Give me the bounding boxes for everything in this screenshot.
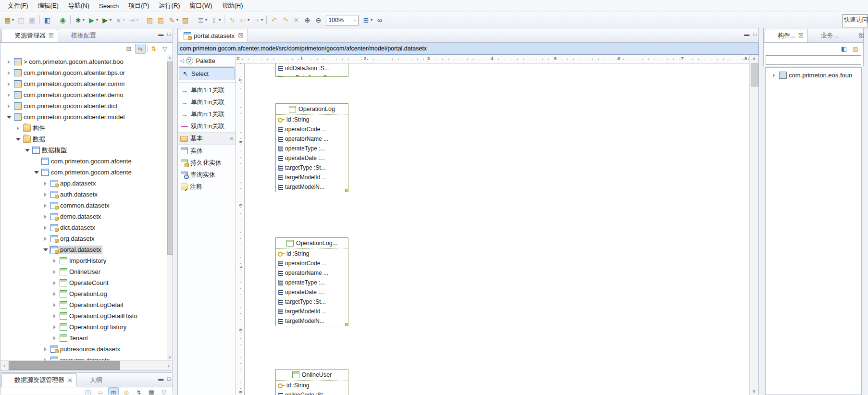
relation-nto1-tool[interactable]: → 单向n:1关联 xyxy=(178,108,236,120)
expander-icon[interactable] xyxy=(14,138,22,141)
entity-field[interactable]: oldDataJson :S... xyxy=(276,63,348,73)
expander-icon[interactable] xyxy=(5,104,12,108)
palette-group-basic[interactable]: 基本 « xyxy=(178,132,236,145)
dropdown-arrow-icon[interactable]: ▾ xyxy=(261,18,263,22)
open-file-button[interactable]: ▨ ▾ xyxy=(180,14,190,26)
maximize-icon[interactable]: □ xyxy=(167,376,171,382)
tree-item[interactable]: resource.datasetx xyxy=(0,355,173,360)
right-sash[interactable] xyxy=(759,28,763,395)
entity-field[interactable]: targetType :St... xyxy=(276,297,348,307)
scrollbar-thumb[interactable] xyxy=(167,62,173,255)
tree-item[interactable]: pubresource.datasetx xyxy=(0,344,173,355)
open-directory-button[interactable]: ▨ ▾ xyxy=(156,14,166,26)
last-edit-button[interactable]: ↰ ▾ xyxy=(227,14,237,26)
tree-item[interactable]: app.datasetx xyxy=(0,178,173,189)
diagram-canvas[interactable]: oldDataJson :S... newDataJson :S... xyxy=(245,63,749,395)
toolbar-separator[interactable] xyxy=(147,46,148,52)
link-editor-icon[interactable]: ⇆ xyxy=(135,44,146,54)
quick-access-box[interactable]: 快速访问 xyxy=(842,14,868,27)
expander-icon[interactable] xyxy=(51,281,58,285)
expander-icon[interactable] xyxy=(5,116,12,119)
entity-field[interactable]: targetModelId ... xyxy=(276,173,348,182)
scroll-left-icon[interactable]: ‹ xyxy=(0,361,8,370)
stop-button[interactable]: ■ ▾ xyxy=(113,14,126,26)
expander-icon[interactable] xyxy=(42,204,49,208)
collapse-icon[interactable]: ◫ xyxy=(83,387,93,395)
scroll-up-icon[interactable]: ∧ xyxy=(167,55,173,61)
save-db-icon[interactable]: ▦ xyxy=(147,387,156,395)
zoom-select[interactable]: 100% ⌄ xyxy=(326,15,359,25)
scroll-up-icon[interactable]: ∧ xyxy=(750,55,758,62)
tree-item[interactable]: 数据模型 xyxy=(0,145,173,156)
dropdown-arrow-icon[interactable]: ▾ xyxy=(110,18,112,22)
new-wizard-button[interactable]: ▤ ▾ xyxy=(2,14,15,26)
entity-field[interactable]: id :String xyxy=(276,115,348,124)
entity-field[interactable]: targetType :St... xyxy=(276,163,348,173)
expander-icon[interactable] xyxy=(770,74,778,77)
dropdown-arrow-icon[interactable]: ▾ xyxy=(219,18,221,22)
expander-icon[interactable] xyxy=(42,237,49,241)
tree-item[interactable]: OperateCount xyxy=(0,277,173,288)
scrollbar-thumb[interactable] xyxy=(751,63,758,86)
console-button[interactable]: ◧ ▾ xyxy=(42,14,52,26)
scroll-down-icon[interactable]: ∨ xyxy=(750,387,758,395)
maximize-icon[interactable]: □ xyxy=(167,31,171,37)
entity-box-operationlog-2[interactable]: OperationLog... id :String xyxy=(275,237,348,326)
expander-icon[interactable] xyxy=(51,303,58,307)
expander-icon[interactable] xyxy=(51,292,58,296)
tree-item[interactable]: com.primeton.gocom.afcente xyxy=(0,167,173,178)
panel-menu-icon[interactable]: ▽ xyxy=(159,387,169,395)
entity-field[interactable]: operatorName ... xyxy=(276,268,348,278)
redo-button[interactable]: ↷ ▾ xyxy=(280,14,290,26)
expander-icon[interactable] xyxy=(5,93,12,97)
run-button[interactable]: ▶ ▾ xyxy=(87,14,99,26)
tree-vertical-scrollbar[interactable]: ∧ ∨ xyxy=(167,55,173,360)
menu-item[interactable]: 文件(F) xyxy=(3,0,33,12)
undo-button[interactable]: ↶ ▾ xyxy=(269,14,279,26)
entity-field[interactable]: operatorName ... xyxy=(276,134,348,144)
editor-vertical-scrollbar[interactable]: ∧ ∨ xyxy=(749,55,758,395)
view-tab[interactable]: 构件... ☒ xyxy=(765,29,808,42)
tree-item[interactable]: org.datasetx xyxy=(0,233,173,244)
toolbar-separator[interactable]: ▾ xyxy=(224,15,224,25)
expander-icon[interactable] xyxy=(42,193,49,197)
menu-item[interactable]: 编辑(E) xyxy=(33,0,63,12)
tree-item[interactable]: common.datasetx xyxy=(0,200,173,211)
tree-item[interactable]: com.primeton.gocom.afcenter.comm xyxy=(0,78,173,89)
tree-item[interactable]: OperationLogHistory xyxy=(0,321,173,333)
entity-field[interactable]: operatorCode ... xyxy=(276,124,348,134)
view-tab[interactable]: 数据源资源管理器 ☒ xyxy=(1,373,77,387)
entity-box-operationlog[interactable]: OperationLog id :String xyxy=(275,103,348,192)
expander-icon[interactable] xyxy=(51,325,58,329)
tree-item[interactable]: demo.datasetx xyxy=(0,211,173,222)
menu-item[interactable]: Search xyxy=(94,1,124,11)
entity-field[interactable]: operateDate :... xyxy=(276,287,348,297)
start-server-button[interactable]: ◉ ▾ xyxy=(58,14,68,26)
collapse-all-icon[interactable]: ⊟ xyxy=(124,44,134,53)
tree-item[interactable]: > com.primeton.gocom.afcenter.boo xyxy=(0,56,173,67)
dropdown-arrow-icon[interactable]: ▾ xyxy=(83,18,85,22)
zoom-in-button[interactable]: ⊕ ▾ xyxy=(302,14,312,26)
tree-item[interactable]: com.primeton.gocom.afcenter.bps.or xyxy=(0,67,173,78)
tree-item[interactable]: com.primeton.gocom.afcente xyxy=(0,156,173,167)
expander-icon[interactable] xyxy=(5,60,12,64)
minimize-icon[interactable]: ▬ xyxy=(158,376,163,382)
tree-item[interactable]: 构件 xyxy=(0,123,173,134)
dropdown-arrow-icon[interactable]: ▾ xyxy=(248,18,249,22)
entity-field[interactable]: targetModelId ... xyxy=(276,307,348,316)
note-tool[interactable]: 注释 xyxy=(178,181,236,193)
relation-1ton-tool[interactable]: → 单向1:n关联 xyxy=(178,96,236,108)
entity-field[interactable]: operateDate :... xyxy=(276,153,348,163)
tree-item[interactable]: OperationLogDetailHisto xyxy=(0,310,173,321)
layout-button[interactable]: ⊞ ▾ xyxy=(361,14,373,26)
forward-button[interactable]: ⇨ ▾ xyxy=(251,14,264,26)
maximize-icon[interactable]: □ xyxy=(753,31,756,37)
package-view-icon[interactable]: ◧ xyxy=(839,44,849,53)
back-icon[interactable]: ⇦ xyxy=(96,387,105,395)
tree-mode-icon[interactable]: ⊞ xyxy=(108,387,119,395)
entity-field[interactable]: operateType :... xyxy=(276,278,348,287)
tree-item[interactable]: auth.datasetx xyxy=(0,189,173,200)
expander-icon[interactable] xyxy=(51,259,58,263)
tree-item[interactable]: dict.datasetx xyxy=(0,222,173,233)
key-tool-icon[interactable]: ⊙ xyxy=(122,387,131,395)
